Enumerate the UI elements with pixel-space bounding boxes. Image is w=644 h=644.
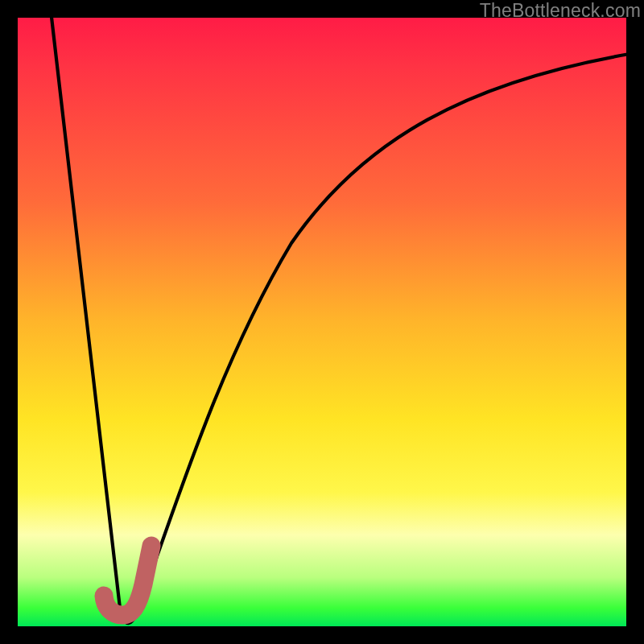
bottleneck-curve-svg	[18, 18, 626, 626]
bottleneck-curve	[50, 3, 630, 623]
chart-frame: TheBottleneck.com	[0, 0, 644, 644]
plot-area	[18, 18, 626, 626]
optimal-marker	[104, 546, 151, 615]
